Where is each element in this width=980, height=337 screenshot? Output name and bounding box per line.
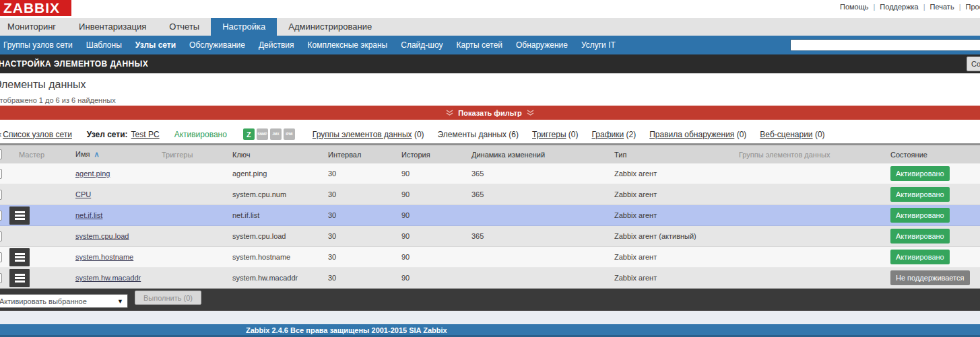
search-input[interactable] xyxy=(790,39,980,51)
sub-nav-item-8[interactable]: Карты сетей xyxy=(449,40,509,50)
column-header-type[interactable]: Тип xyxy=(614,151,739,159)
item-name-link[interactable]: system.hostname xyxy=(75,253,133,261)
cell-name: system.hw.macaddr xyxy=(75,274,162,282)
create-item-button[interactable]: Создать элемент данных xyxy=(967,57,980,71)
column-header-interval[interactable]: Интервал xyxy=(328,151,401,159)
context-link-4[interactable]: Графики xyxy=(592,130,624,139)
item-name-link[interactable]: system.cpu.load xyxy=(75,232,129,240)
host-name-link[interactable]: Test PC xyxy=(131,130,160,139)
cell-name: net.if.list xyxy=(75,211,162,219)
main-tab-инвентаризация[interactable]: Инвентаризация xyxy=(67,18,158,36)
zabbix-logo[interactable]: ZABBIX xyxy=(0,0,71,16)
row-menu-button[interactable] xyxy=(9,248,30,266)
cell-interval: 30 xyxy=(328,170,401,178)
sub-nav-item-2[interactable]: Шаблоны xyxy=(79,40,129,50)
column-header-name[interactable]: Имя∧ xyxy=(75,150,162,159)
main-tab-настройка[interactable]: Настройка xyxy=(211,18,277,36)
top-link-4[interactable]: Профиль xyxy=(966,3,980,11)
column-label: Тип xyxy=(614,151,626,159)
cell-history: 90 xyxy=(401,170,471,178)
table-row: net.if.listnet.if.list3090Zabbix агентАк… xyxy=(0,205,980,226)
sub-nav-item-9[interactable]: Обнаружение xyxy=(509,40,575,50)
status-badge[interactable]: Активировано xyxy=(890,250,950,264)
context-link-3[interactable]: Триггеры xyxy=(532,130,566,139)
status-badge[interactable]: Активировано xyxy=(890,208,950,223)
result-count: Отображено 1 до 6 из 6 найденных xyxy=(0,96,980,104)
main-tab-мониторинг[interactable]: Мониторинг xyxy=(0,18,67,36)
host-status: Активировано xyxy=(174,130,227,139)
cell-type: Zabbix агент xyxy=(614,274,739,282)
table-row: CPUsystem.cpu.num3090365Zabbix агентАкти… xyxy=(0,184,980,205)
page-header-bar: НАСТРОЙКА ЭЛЕМЕНТОВ ДАННЫХ Создать элеме… xyxy=(0,54,980,73)
column-header-history[interactable]: История xyxy=(401,151,471,159)
sub-nav-item-10[interactable]: Услуги IT xyxy=(575,40,622,50)
row-checkbox[interactable] xyxy=(0,231,2,241)
column-label: Ключ xyxy=(232,151,251,159)
cell-type: Zabbix агент xyxy=(614,190,739,198)
cell-checkbox xyxy=(0,231,11,241)
status-badge[interactable]: Активировано xyxy=(890,166,950,181)
row-checkbox[interactable] xyxy=(0,211,2,221)
sub-nav-item-6[interactable]: Комплексные экраны xyxy=(301,40,395,50)
bulk-action-select[interactable]: Активировать выбранное ▼ xyxy=(0,294,128,308)
execute-button[interactable]: Выполнить (0) xyxy=(135,291,201,305)
sub-nav-item-4[interactable]: Обслуживание xyxy=(183,40,252,50)
column-header-status[interactable]: Состояние xyxy=(890,151,980,159)
sub-nav-item-5[interactable]: Действия xyxy=(252,40,301,50)
item-name-link[interactable]: system.hw.macaddr xyxy=(75,274,141,282)
sub-nav-item-3[interactable]: Узлы сети xyxy=(129,40,183,50)
item-name-link[interactable]: net.if.list xyxy=(75,211,102,219)
cell-master xyxy=(11,269,75,287)
cell-type: Zabbix агент xyxy=(614,253,739,261)
row-checkbox[interactable] xyxy=(0,190,2,200)
select-all-checkbox[interactable] xyxy=(0,149,2,159)
column-header-check xyxy=(0,149,11,159)
row-menu-button[interactable] xyxy=(9,207,30,225)
row-checkbox[interactable] xyxy=(0,169,2,179)
page-title: Элементы данных xyxy=(0,79,980,91)
table-body: agent.pingagent.ping3090365Zabbix агентА… xyxy=(0,163,980,289)
separator: | xyxy=(873,3,875,11)
cell-status: Активировано xyxy=(890,166,980,181)
cell-status: Не поддерживается xyxy=(890,270,980,285)
top-link-3[interactable]: Печать xyxy=(930,3,954,11)
column-header-key[interactable]: Ключ xyxy=(232,151,328,159)
column-label: Динамика изменений xyxy=(471,151,545,159)
sub-nav-item-7[interactable]: Слайд-шоу xyxy=(394,40,449,50)
cell-name: agent.ping xyxy=(75,170,162,178)
main-tab-администрирование[interactable]: Администрирование xyxy=(277,18,383,36)
cell-key: system.hostname xyxy=(232,253,328,261)
context-link-6[interactable]: Веб-сценарии xyxy=(760,130,812,139)
context-item-4: Графики (2) xyxy=(592,130,636,139)
row-checkbox[interactable] xyxy=(0,252,2,262)
host-list-link[interactable]: Список узлов сети xyxy=(3,130,72,139)
cell-master xyxy=(11,248,75,266)
table-row: agent.pingagent.ping3090365Zabbix агентА… xyxy=(0,163,980,184)
show-filter-bar[interactable]: Показать фильтр xyxy=(0,106,980,120)
status-badge[interactable]: Активировано xyxy=(890,229,950,244)
items-table: МастерИмя∧ТриггерыКлючИнтервалИсторияДин… xyxy=(0,143,980,289)
select-arrow-icon: ▼ xyxy=(117,298,123,305)
context-link-2: Элементы данных xyxy=(438,130,507,139)
main-tab-отчеты[interactable]: Отчеты xyxy=(158,18,211,36)
item-name-link[interactable]: agent.ping xyxy=(75,170,110,178)
row-menu-button[interactable] xyxy=(9,269,30,287)
column-header-trends[interactable]: Динамика изменений xyxy=(471,151,614,159)
status-badge[interactable]: Не поддерживается xyxy=(890,270,970,285)
row-checkbox[interactable] xyxy=(0,273,2,283)
sub-nav-item-1[interactable]: Группы узлов сети xyxy=(0,40,79,50)
column-label: Мастер xyxy=(19,151,44,159)
context-link-5[interactable]: Правила обнаружения xyxy=(649,130,734,139)
bulk-action-bar: Активировать выбранное ▼ Выполнить (0) xyxy=(0,289,980,311)
cell-history: 90 xyxy=(401,253,471,261)
context-link-1[interactable]: Группы элементов данных xyxy=(313,130,412,139)
availability-icon-ipmi: IPMI xyxy=(284,128,295,140)
table-header: МастерИмя∧ТриггерыКлючИнтервалИсторияДин… xyxy=(0,143,980,163)
table-row: system.hw.macaddrsystem.hw.macaddr3090Za… xyxy=(0,268,980,289)
status-badge[interactable]: Активировано xyxy=(890,187,950,202)
top-link-2[interactable]: Поддержка xyxy=(880,3,918,11)
top-link-1[interactable]: Помощь xyxy=(840,3,869,11)
item-name-link[interactable]: CPU xyxy=(75,190,91,198)
cell-history: 90 xyxy=(401,190,471,198)
column-label: Состояние xyxy=(890,151,927,159)
